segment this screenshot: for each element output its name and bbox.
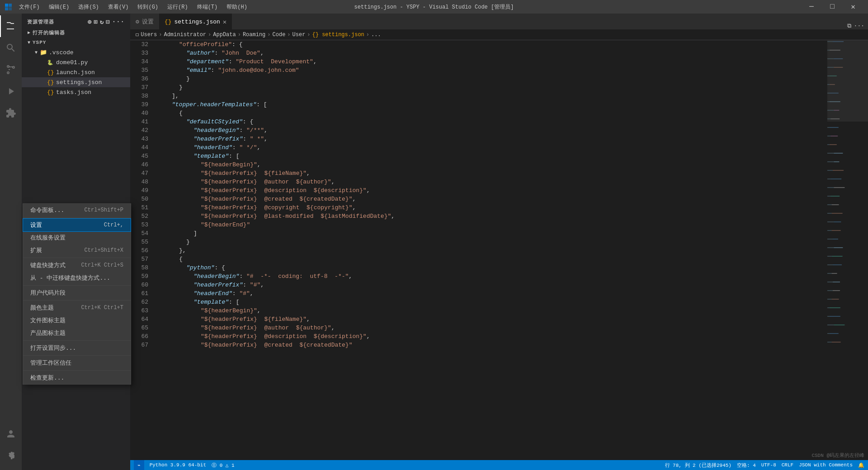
menu-item-在线服务设置[interactable]: 在线服务设置 — [23, 231, 131, 244]
menu-terminal[interactable]: 终端(T) — [193, 2, 222, 12]
minimize-button[interactable]: ─ — [801, 0, 822, 14]
menu-file[interactable]: 文件(F) — [15, 2, 43, 12]
menu-run[interactable]: 运行(R) — [164, 2, 192, 12]
line-number: 61 — [130, 289, 148, 298]
line-number: 52 — [130, 212, 148, 221]
collapse-icon[interactable]: ⊟ — [106, 18, 110, 26]
menu-item-产品图标主题[interactable]: 产品图标主题 — [23, 327, 131, 339]
titlebar-menu[interactable]: 文件(F) 编辑(E) 选择(S) 查看(V) 转到(G) 运行(R) 终端(T… — [15, 2, 251, 12]
tab-settings[interactable]: ⚙ 设置 — [130, 14, 159, 29]
status-bar-left: ⌁ Python 3.9.9 64-bit ⓪ 0 △ 1 — [134, 460, 235, 470]
breadcrumb-sep-1: › — [159, 32, 162, 38]
breadcrumb-appdata[interactable]: AppData — [213, 32, 236, 38]
breadcrumb-sep-4: › — [267, 32, 270, 38]
menu-select[interactable]: 选择(S) — [75, 2, 103, 12]
activity-settings[interactable] — [0, 445, 22, 466]
activity-run[interactable] — [0, 80, 22, 102]
menu-item-键盘快捷方式[interactable]: 键盘快捷方式Ctrl+K Ctrl+S — [23, 259, 131, 272]
cursor-position[interactable]: 行 78, 列 2 (已选择2945) — [665, 462, 731, 469]
tasks-file[interactable]: {} tasks.json — [22, 87, 130, 97]
activity-source-control[interactable] — [0, 59, 22, 80]
menu-item-label: 产品图标主题 — [30, 329, 66, 337]
code-content[interactable]: "officeProfile": {"author": "John Doe","… — [154, 40, 827, 460]
vspy-arrow: ▼ — [25, 40, 33, 45]
more-actions-icon[interactable]: ··· — [854, 23, 864, 29]
status-bar-right: 行 78, 列 2 (已选择2945) 空格: 4 UTF-8 CRLF JSO… — [665, 462, 864, 469]
menu-help[interactable]: 帮助(H) — [223, 2, 251, 12]
menu-item-扩展[interactable]: 扩展Ctrl+Shift+X — [23, 244, 131, 257]
vspy-section[interactable]: ▼ YSPY — [22, 38, 130, 47]
line-ending[interactable]: CRLF — [782, 462, 793, 468]
breadcrumb-roaming[interactable]: Roaming — [243, 32, 265, 38]
menu-item-label: 从 - 中迁移键盘快捷方式... — [30, 274, 110, 282]
line-number: 49 — [130, 186, 148, 195]
dome01-file[interactable]: 🐍 dome01.py — [22, 57, 130, 67]
new-folder-icon[interactable]: ⊞ — [94, 18, 98, 26]
notifications-icon[interactable]: 🔔 — [858, 462, 864, 468]
menu-item-用户代码片段[interactable]: 用户代码片段 — [23, 287, 131, 299]
menu-item-颜色主题[interactable]: 颜色主题Ctrl+K Ctrl+T — [23, 301, 131, 314]
activity-explorer[interactable] — [0, 15, 22, 37]
language-mode[interactable]: JSON with Comments — [799, 462, 853, 468]
breadcrumb-code[interactable]: Code — [273, 32, 286, 38]
breadcrumb-users[interactable]: Users — [141, 32, 157, 38]
breadcrumb-workspace-icon: ◻ — [136, 31, 139, 38]
close-tab-icon[interactable]: ✕ — [223, 18, 226, 26]
menu-goto[interactable]: 转到(G) — [134, 2, 162, 12]
menu-view[interactable]: 查看(V) — [104, 2, 132, 12]
activity-account[interactable] — [0, 423, 22, 445]
menu-item-命令面板...[interactable]: 命令面板...Ctrl+Shift+P — [23, 204, 131, 216]
line-number: 36 — [130, 75, 148, 83]
breadcrumb-ellipsis[interactable]: ... — [371, 32, 381, 38]
menu-item-label: 在线服务设置 — [30, 234, 66, 242]
menu-item-打开设置同步...[interactable]: 打开设置同步... — [23, 342, 131, 354]
launch-label: launch.json — [56, 69, 95, 76]
line-number: 32 — [130, 40, 148, 49]
new-file-icon[interactable]: ⊕ — [88, 18, 92, 26]
menu-item-label: 管理工作区信任 — [30, 359, 71, 367]
activity-extensions[interactable] — [0, 102, 22, 124]
breadcrumb-settings-json[interactable]: {} settings.json — [312, 32, 364, 38]
refresh-icon[interactable]: ↻ — [100, 18, 104, 26]
tab-settings-json[interactable]: {} settings.json ✕ — [159, 14, 232, 29]
encoding[interactable]: UTF-8 — [761, 462, 776, 468]
minimap[interactable] — [827, 40, 868, 460]
py-file-icon: 🐍 — [47, 60, 54, 66]
menu-separator — [23, 285, 131, 286]
code-line: "${headerPrefix} @author ${author}", — [157, 178, 827, 186]
breadcrumb-user[interactable]: User — [292, 32, 306, 38]
indent-size[interactable]: 空格: 4 — [737, 462, 756, 469]
launch-file[interactable]: {} launch.json — [22, 67, 130, 77]
editor-main[interactable]: 3233343536373839404142434445464748495051… — [130, 40, 868, 460]
line-number: 59 — [130, 272, 148, 281]
watermark: CSDN @码左果的左径峰 — [811, 452, 864, 459]
errors-warnings[interactable]: ⓪ 0 △ 1 — [212, 462, 235, 469]
close-button[interactable]: ✕ — [843, 0, 863, 14]
split-editor-icon[interactable]: ⧉ — [847, 23, 851, 29]
line-number: 64 — [130, 315, 148, 324]
menu-item-从-中迁移键盘快捷方式...[interactable]: 从 - 中迁移键盘快捷方式... — [23, 272, 131, 284]
code-line: ], — [157, 92, 827, 100]
menu-item-文件图标主题[interactable]: 文件图标主题 — [23, 314, 131, 327]
more-options-icon[interactable]: ··· — [112, 18, 125, 26]
menu-item-管理工作区信任[interactable]: 管理工作区信任 — [23, 357, 131, 369]
menu-edit[interactable]: 编辑(E) — [45, 2, 73, 12]
python-version[interactable]: Python 3.9.9 64-bit — [150, 462, 206, 468]
line-number: 60 — [130, 281, 148, 289]
menu-separator — [23, 370, 131, 371]
vscode-folder[interactable]: ▼ 📁 .vscode — [22, 47, 130, 57]
maximize-button[interactable]: □ — [822, 0, 843, 14]
activity-search[interactable] — [0, 37, 22, 59]
menu-item-label: 设置 — [30, 221, 42, 229]
settings-file[interactable]: {} settings.json — [22, 77, 130, 87]
open-editors-section[interactable]: ▶ 打开的编辑器 — [22, 28, 130, 38]
menu-item-shortcut: Ctrl+K Ctrl+T — [81, 305, 123, 311]
line-number: 54 — [130, 229, 148, 238]
breadcrumb-administrator[interactable]: Administrator — [164, 32, 206, 38]
menu-item-检查更新...[interactable]: 检查更新... — [23, 371, 131, 384]
menu-item-设置[interactable]: 设置Ctrl+, — [23, 219, 131, 231]
line-number: 40 — [130, 109, 148, 118]
line-number: 55 — [130, 238, 148, 246]
remote-icon[interactable]: ⌁ — [134, 460, 144, 470]
settings-tab-icon: ⚙ — [136, 18, 139, 25]
